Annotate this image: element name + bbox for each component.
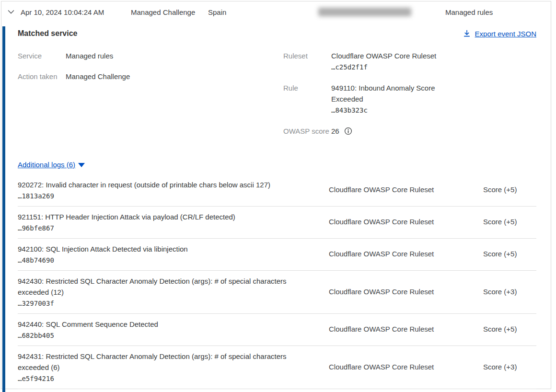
log-ruleset-name: Cloudflare OWASP Core Ruleset [329,250,483,258]
detail-label: OWASP score [283,126,331,137]
ruleset-hash: …c25d2f1f [331,63,368,71]
detail-label: Service [18,50,66,61]
event-detail-panel: Matched service Export event JSON Servic… [1,23,551,389]
owasp-score-value: 26 [331,126,339,137]
log-rule-description: 920272: Invalid character in request (ou… [18,179,305,190]
detail-ruleset: Ruleset Cloudflare OWASP Core Ruleset …c… [283,50,536,73]
log-rule-description: 942431: Restricted SQL Character Anomaly… [18,351,305,373]
detail-value: Managed rules [66,50,113,61]
event-row[interactable]: Apr 10, 2024 10:04:24 AM Managed Challen… [1,1,551,23]
firewall-event-expanded-row: Apr 10, 2024 10:04:24 AM Managed Challen… [1,1,551,389]
triangle-down-icon [78,163,85,167]
log-rule-description: 942430: Restricted SQL Character Anomaly… [18,276,305,298]
detail-rule: Rule 949110: Inbound Anomaly Score Excee… [283,82,536,116]
log-ruleset-name: Cloudflare OWASP Core Ruleset [329,288,483,296]
detail-value: Managed Challenge [66,71,130,82]
event-service: Managed rules [445,8,493,16]
log-score: Score (+5) [483,185,536,194]
detail-label: Rule [283,82,331,116]
export-link-label: Export event JSON [475,30,536,38]
additional-logs-table: 920272: Invalid character in request (ou… [18,174,536,389]
log-ruleset-name: Cloudflare OWASP Core Ruleset [329,218,483,226]
log-score: Score (+5) [483,250,536,258]
info-icon[interactable] [344,127,352,135]
rule-hash: …843b323c [331,106,368,114]
log-score: Score (+5) [483,325,536,333]
log-score: Score (+3) [483,288,536,296]
event-action: Managed Challenge [131,8,195,16]
log-rule-description: 942440: SQL Comment Sequence Detected [18,319,305,330]
log-ruleset-name: Cloudflare OWASP Core Ruleset [329,325,483,333]
log-rule-hash: …1813a269 [18,192,305,200]
log-rule-description: 942100: SQL Injection Attack Detected vi… [18,243,305,254]
detail-owasp-score: OWASP score 26 [283,126,536,137]
log-row: 920272: Invalid character in request (ou… [18,174,536,207]
additional-logs-toggle[interactable]: Additional logs (6) [18,161,536,169]
log-row: 921151: HTTP Header Injection Attack via… [18,207,536,239]
additional-logs-link[interactable]: Additional logs (6) [18,161,75,169]
log-row: 942440: SQL Comment Sequence Detected …6… [18,314,536,346]
log-rule-hash: …3297003f [18,300,305,307]
panel-title: Matched service [18,29,78,38]
log-row: 942431: Restricted SQL Character Anomaly… [18,346,536,389]
log-row: 942430: Restricted SQL Character Anomaly… [18,271,536,314]
matched-service-details: Service Managed rules Action taken Manag… [18,50,536,146]
log-rule-hash: …96bfe867 [18,224,305,232]
log-ruleset-name: Cloudflare OWASP Core Ruleset [329,363,483,371]
log-score: Score (+5) [483,218,536,226]
log-score: Score (+3) [483,363,536,371]
log-rule-description: 921151: HTTP Header Injection Attack via… [18,211,305,222]
chevron-down-icon[interactable] [7,8,15,16]
export-event-json-link[interactable]: Export event JSON [463,30,536,38]
log-ruleset-name: Cloudflare OWASP Core Ruleset [329,185,483,194]
expanded-row-accent-bar [2,26,5,392]
detail-action-taken: Action taken Managed Challenge [18,71,283,82]
download-icon [463,30,471,37]
event-country: Spain [208,8,226,16]
ruleset-name: Cloudflare OWASP Core Ruleset [331,52,436,60]
event-timestamp: Apr 10, 2024 10:04:24 AM [21,8,104,16]
detail-label: Action taken [18,71,66,82]
log-rule-hash: …e5f94216 [18,375,305,382]
detail-label: Ruleset [283,50,331,73]
log-row: 942100: SQL Injection Attack Detected vi… [18,239,536,271]
log-rule-hash: …48b74690 [18,256,305,264]
rule-name: 949110: Inbound Anomaly Score Exceeded [331,84,435,103]
detail-service: Service Managed rules [18,50,283,61]
log-rule-hash: …682bb405 [18,332,305,339]
redacted-hostname [318,8,411,16]
